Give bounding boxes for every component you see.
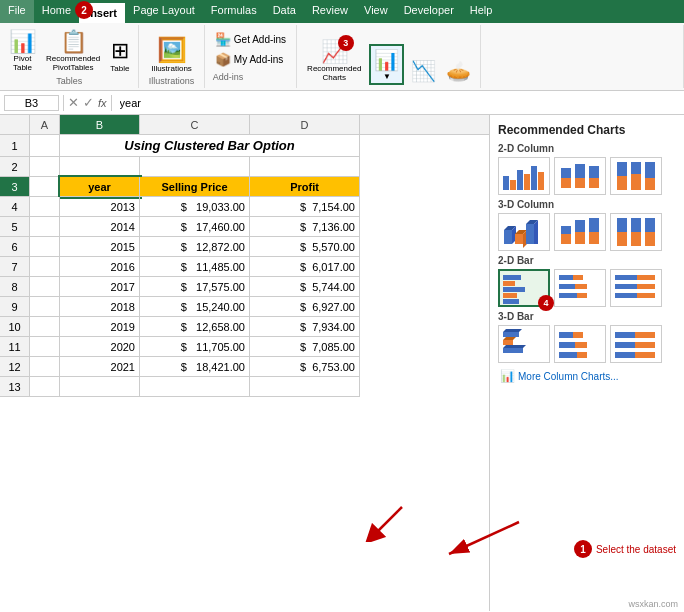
row-header-4[interactable]: 4 [0, 197, 29, 217]
row-header-10[interactable]: 10 [0, 317, 29, 337]
chart-3d-clustered-bar[interactable] [498, 325, 550, 363]
cell-c12[interactable]: $ 18,421.00 [140, 357, 250, 377]
cell-b12[interactable]: 2021 [60, 357, 140, 377]
cell-c11[interactable]: $ 11,705.00 [140, 337, 250, 357]
tab-help[interactable]: Help [462, 0, 501, 23]
cell-b9[interactable]: 2018 [60, 297, 140, 317]
recommended-charts-button[interactable]: 📈 3 RecommendedCharts [303, 37, 365, 85]
chart-2d-stacked-col[interactable] [554, 157, 606, 195]
pie-chart-button[interactable]: 🥧 [443, 57, 474, 85]
tab-review[interactable]: Review [304, 0, 356, 23]
cell-d10[interactable]: $ 7,934.00 [250, 317, 360, 337]
cell-a2[interactable] [30, 157, 60, 177]
cell-a5[interactable] [30, 217, 60, 237]
row-header-2[interactable]: 2 [0, 157, 29, 177]
cancel-icon[interactable]: ✕ [68, 95, 79, 110]
cell-a3[interactable] [30, 177, 60, 197]
chart-2d-stacked-bar[interactable] [554, 269, 606, 307]
cell-b13[interactable] [60, 377, 140, 397]
row-header-6[interactable]: 6 [0, 237, 29, 257]
cell-c10[interactable]: $ 12,658.00 [140, 317, 250, 337]
column-chart-button[interactable]: 📊 ▼ [369, 44, 404, 85]
chart-3d-100pct-bar[interactable] [610, 325, 662, 363]
tab-view[interactable]: View [356, 0, 396, 23]
col-header-c[interactable]: C [140, 115, 250, 134]
formula-input[interactable] [116, 96, 680, 110]
table-button[interactable]: ⊞ Table [107, 36, 132, 75]
chart-3d-stacked-bar[interactable] [554, 325, 606, 363]
row-header-13[interactable]: 13 [0, 377, 29, 397]
tab-developer[interactable]: Developer [396, 0, 462, 23]
cell-b1[interactable]: Using Clustered Bar Option [60, 135, 360, 157]
chart-2d-clustered-col[interactable] [498, 157, 550, 195]
row-header-9[interactable]: 9 [0, 297, 29, 317]
col-header-a[interactable]: A [30, 115, 60, 134]
row-header-1[interactable]: 1 [0, 135, 29, 157]
cell-d2[interactable] [250, 157, 360, 177]
chart-2d-100pct-bar[interactable] [610, 269, 662, 307]
cell-c5[interactable]: $ 17,460.00 [140, 217, 250, 237]
chart-3d-clustered-col[interactable] [498, 213, 550, 251]
cell-c2[interactable] [140, 157, 250, 177]
cell-d5[interactable]: $ 7,136.00 [250, 217, 360, 237]
cell-c9[interactable]: $ 15,240.00 [140, 297, 250, 317]
cell-a13[interactable] [30, 377, 60, 397]
more-charts-link[interactable]: 📊 More Column Charts... [498, 367, 676, 385]
cell-ref-box[interactable] [4, 95, 59, 111]
cell-b3[interactable]: year [60, 177, 140, 197]
cell-a10[interactable] [30, 317, 60, 337]
row-header-11[interactable]: 11 [0, 337, 29, 357]
pivot-table-button[interactable]: 📊 PivotTable [6, 27, 39, 75]
chart-3d-100pct-col[interactable] [610, 213, 662, 251]
chart-2d-100pct-col[interactable] [610, 157, 662, 195]
cell-d6[interactable]: $ 5,570.00 [250, 237, 360, 257]
get-addins-button[interactable]: 🏪 Get Add-ins [213, 31, 288, 48]
cell-a7[interactable] [30, 257, 60, 277]
col-header-d[interactable]: D [250, 115, 360, 134]
tab-page-layout[interactable]: Page Layout [125, 0, 203, 23]
cell-a11[interactable] [30, 337, 60, 357]
cell-c13[interactable] [140, 377, 250, 397]
cell-b7[interactable]: 2016 [60, 257, 140, 277]
row-header-5[interactable]: 5 [0, 217, 29, 237]
cell-b6[interactable]: 2015 [60, 237, 140, 257]
cell-d12[interactable]: $ 6,753.00 [250, 357, 360, 377]
row-header-12[interactable]: 12 [0, 357, 29, 377]
cell-c3[interactable]: Selling Price [140, 177, 250, 197]
cell-b2[interactable] [60, 157, 140, 177]
cell-d11[interactable]: $ 7,085.00 [250, 337, 360, 357]
cell-a12[interactable] [30, 357, 60, 377]
row-header-3[interactable]: 3 [0, 177, 29, 197]
my-addins-button[interactable]: 📦 My Add-ins [213, 51, 288, 68]
cell-c6[interactable]: $ 12,872.00 [140, 237, 250, 257]
cell-d13[interactable] [250, 377, 360, 397]
tab-insert[interactable]: Insert 2 [79, 0, 125, 23]
cell-d8[interactable]: $ 5,744.00 [250, 277, 360, 297]
cell-c8[interactable]: $ 17,575.00 [140, 277, 250, 297]
cell-d9[interactable]: $ 6,927.00 [250, 297, 360, 317]
cell-b11[interactable]: 2020 [60, 337, 140, 357]
row-header-8[interactable]: 8 [0, 277, 29, 297]
cell-d3[interactable]: Profit [250, 177, 360, 197]
tab-formulas[interactable]: Formulas [203, 0, 265, 23]
cell-b10[interactable]: 2019 [60, 317, 140, 337]
cell-b5[interactable]: 2014 [60, 217, 140, 237]
cell-a4[interactable] [30, 197, 60, 217]
cell-d4[interactable]: $ 7,154.00 [250, 197, 360, 217]
tab-file[interactable]: File [0, 0, 34, 23]
cell-a9[interactable] [30, 297, 60, 317]
cell-c7[interactable]: $ 11,485.00 [140, 257, 250, 277]
illustrations-button[interactable]: 🖼️ Illustrations [147, 34, 195, 75]
col-header-b[interactable]: B [60, 115, 140, 134]
cell-a6[interactable] [30, 237, 60, 257]
tab-data[interactable]: Data [265, 0, 304, 23]
cell-a1[interactable] [30, 135, 60, 157]
chart-2d-clustered-bar[interactable]: 4 [498, 269, 550, 307]
bar-chart-button[interactable]: 📉 [408, 57, 439, 85]
confirm-icon[interactable]: ✓ [83, 95, 94, 110]
tab-home[interactable]: Home [34, 0, 79, 23]
cell-c4[interactable]: $ 19,033.00 [140, 197, 250, 217]
recommended-pivot-button[interactable]: 📋 RecommendedPivotTables [43, 27, 103, 75]
row-header-7[interactable]: 7 [0, 257, 29, 277]
cell-b4[interactable]: 2013 [60, 197, 140, 217]
